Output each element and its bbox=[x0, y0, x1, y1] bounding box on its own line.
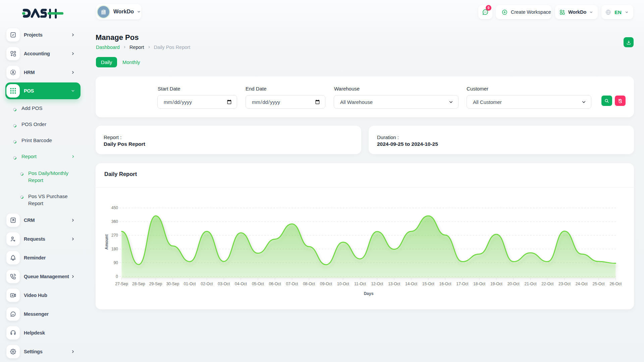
svg-text:11-Oct: 11-Oct bbox=[354, 282, 366, 286]
svg-text:29-Sep: 29-Sep bbox=[149, 282, 162, 286]
svg-text:450: 450 bbox=[111, 205, 118, 210]
svg-text:27-Sep: 27-Sep bbox=[115, 282, 128, 286]
svg-text:04-Oct: 04-Oct bbox=[235, 282, 247, 286]
svg-text:19-Oct: 19-Oct bbox=[490, 282, 503, 286]
svg-text:15-Oct: 15-Oct bbox=[422, 282, 435, 286]
svg-text:22-Oct: 22-Oct bbox=[541, 282, 554, 286]
svg-text:09-Oct: 09-Oct bbox=[320, 282, 332, 286]
svg-text:26-Oct: 26-Oct bbox=[609, 282, 622, 286]
svg-text:28-Sep: 28-Sep bbox=[132, 282, 145, 286]
svg-text:07-Oct: 07-Oct bbox=[286, 282, 298, 286]
svg-text:13-Oct: 13-Oct bbox=[388, 282, 400, 286]
svg-text:180: 180 bbox=[111, 247, 118, 251]
svg-text:08-Oct: 08-Oct bbox=[303, 282, 315, 286]
svg-text:20-Oct: 20-Oct bbox=[507, 282, 520, 286]
svg-text:16-Oct: 16-Oct bbox=[439, 282, 451, 286]
svg-text:17-Oct: 17-Oct bbox=[456, 282, 469, 286]
svg-text:05-Oct: 05-Oct bbox=[252, 282, 264, 286]
svg-text:360: 360 bbox=[111, 219, 118, 224]
svg-text:03-Oct: 03-Oct bbox=[218, 282, 230, 286]
svg-text:01-Oct: 01-Oct bbox=[184, 282, 196, 286]
svg-text:14-Oct: 14-Oct bbox=[405, 282, 418, 286]
svg-text:0: 0 bbox=[116, 274, 118, 279]
svg-text:25-Oct: 25-Oct bbox=[593, 282, 605, 286]
svg-text:06-Oct: 06-Oct bbox=[269, 282, 281, 286]
svg-text:02-Oct: 02-Oct bbox=[201, 282, 213, 286]
svg-text:21-Oct: 21-Oct bbox=[524, 282, 537, 286]
svg-text:90: 90 bbox=[114, 260, 118, 265]
svg-text:270: 270 bbox=[111, 233, 118, 238]
svg-text:12-Oct: 12-Oct bbox=[371, 282, 383, 286]
svg-text:Days: Days bbox=[364, 291, 374, 296]
svg-text:24-Oct: 24-Oct bbox=[576, 282, 588, 286]
svg-text:18-Oct: 18-Oct bbox=[473, 282, 486, 286]
svg-text:Amount: Amount bbox=[104, 234, 109, 249]
svg-text:23-Oct: 23-Oct bbox=[558, 282, 571, 286]
svg-text:30-Sep: 30-Sep bbox=[166, 282, 179, 286]
svg-text:10-Oct: 10-Oct bbox=[337, 282, 350, 286]
